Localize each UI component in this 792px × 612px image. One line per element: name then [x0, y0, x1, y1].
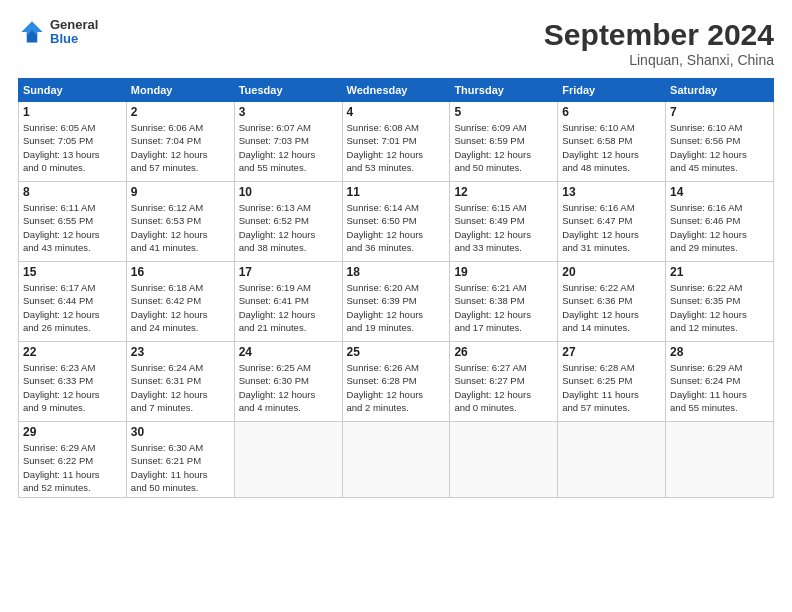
- day-number: 9: [131, 185, 230, 199]
- day-info: Sunrise: 6:09 AM Sunset: 6:59 PM Dayligh…: [454, 121, 553, 174]
- day-number: 15: [23, 265, 122, 279]
- day-cell: 11Sunrise: 6:14 AM Sunset: 6:50 PM Dayli…: [342, 182, 450, 262]
- day-cell: 3Sunrise: 6:07 AM Sunset: 7:03 PM Daylig…: [234, 102, 342, 182]
- day-cell: 22Sunrise: 6:23 AM Sunset: 6:33 PM Dayli…: [19, 342, 127, 422]
- day-info: Sunrise: 6:16 AM Sunset: 6:47 PM Dayligh…: [562, 201, 661, 254]
- day-cell: 13Sunrise: 6:16 AM Sunset: 6:47 PM Dayli…: [558, 182, 666, 262]
- day-number: 21: [670, 265, 769, 279]
- logo-general-text: General: [50, 18, 98, 32]
- day-info: Sunrise: 6:29 AM Sunset: 6:24 PM Dayligh…: [670, 361, 769, 414]
- day-info: Sunrise: 6:30 AM Sunset: 6:21 PM Dayligh…: [131, 441, 230, 494]
- weekday-friday: Friday: [558, 79, 666, 102]
- day-number: 19: [454, 265, 553, 279]
- day-number: 10: [239, 185, 338, 199]
- day-number: 28: [670, 345, 769, 359]
- day-info: Sunrise: 6:19 AM Sunset: 6:41 PM Dayligh…: [239, 281, 338, 334]
- day-info: Sunrise: 6:20 AM Sunset: 6:39 PM Dayligh…: [347, 281, 446, 334]
- day-info: Sunrise: 6:25 AM Sunset: 6:30 PM Dayligh…: [239, 361, 338, 414]
- calendar-table: SundayMondayTuesdayWednesdayThursdayFrid…: [18, 78, 774, 498]
- day-info: Sunrise: 6:10 AM Sunset: 6:56 PM Dayligh…: [670, 121, 769, 174]
- weekday-saturday: Saturday: [666, 79, 774, 102]
- day-info: Sunrise: 6:21 AM Sunset: 6:38 PM Dayligh…: [454, 281, 553, 334]
- logo-icon: [18, 18, 46, 46]
- day-cell: 17Sunrise: 6:19 AM Sunset: 6:41 PM Dayli…: [234, 262, 342, 342]
- day-number: 25: [347, 345, 446, 359]
- day-info: Sunrise: 6:08 AM Sunset: 7:01 PM Dayligh…: [347, 121, 446, 174]
- logo-blue-text: Blue: [50, 32, 98, 46]
- day-number: 8: [23, 185, 122, 199]
- day-info: Sunrise: 6:14 AM Sunset: 6:50 PM Dayligh…: [347, 201, 446, 254]
- month-title: September 2024: [544, 18, 774, 52]
- day-number: 29: [23, 425, 122, 439]
- day-number: 2: [131, 105, 230, 119]
- day-number: 20: [562, 265, 661, 279]
- day-cell: 2Sunrise: 6:06 AM Sunset: 7:04 PM Daylig…: [126, 102, 234, 182]
- day-number: 16: [131, 265, 230, 279]
- day-info: Sunrise: 6:06 AM Sunset: 7:04 PM Dayligh…: [131, 121, 230, 174]
- day-cell: 5Sunrise: 6:09 AM Sunset: 6:59 PM Daylig…: [450, 102, 558, 182]
- day-info: Sunrise: 6:22 AM Sunset: 6:36 PM Dayligh…: [562, 281, 661, 334]
- day-cell: 24Sunrise: 6:25 AM Sunset: 6:30 PM Dayli…: [234, 342, 342, 422]
- day-info: Sunrise: 6:22 AM Sunset: 6:35 PM Dayligh…: [670, 281, 769, 334]
- day-info: Sunrise: 6:27 AM Sunset: 6:27 PM Dayligh…: [454, 361, 553, 414]
- day-cell: 26Sunrise: 6:27 AM Sunset: 6:27 PM Dayli…: [450, 342, 558, 422]
- day-cell: 6Sunrise: 6:10 AM Sunset: 6:58 PM Daylig…: [558, 102, 666, 182]
- weekday-wednesday: Wednesday: [342, 79, 450, 102]
- week-row-2: 8Sunrise: 6:11 AM Sunset: 6:55 PM Daylig…: [19, 182, 774, 262]
- day-number: 14: [670, 185, 769, 199]
- day-info: Sunrise: 6:28 AM Sunset: 6:25 PM Dayligh…: [562, 361, 661, 414]
- day-info: Sunrise: 6:11 AM Sunset: 6:55 PM Dayligh…: [23, 201, 122, 254]
- day-cell: 29Sunrise: 6:29 AM Sunset: 6:22 PM Dayli…: [19, 422, 127, 498]
- day-cell: 4Sunrise: 6:08 AM Sunset: 7:01 PM Daylig…: [342, 102, 450, 182]
- day-number: 13: [562, 185, 661, 199]
- logo-text: General Blue: [50, 18, 98, 47]
- day-info: Sunrise: 6:13 AM Sunset: 6:52 PM Dayligh…: [239, 201, 338, 254]
- day-cell: 9Sunrise: 6:12 AM Sunset: 6:53 PM Daylig…: [126, 182, 234, 262]
- day-number: 6: [562, 105, 661, 119]
- day-number: 22: [23, 345, 122, 359]
- week-row-3: 15Sunrise: 6:17 AM Sunset: 6:44 PM Dayli…: [19, 262, 774, 342]
- day-number: 12: [454, 185, 553, 199]
- day-cell: 30Sunrise: 6:30 AM Sunset: 6:21 PM Dayli…: [126, 422, 234, 498]
- day-cell: 12Sunrise: 6:15 AM Sunset: 6:49 PM Dayli…: [450, 182, 558, 262]
- weekday-monday: Monday: [126, 79, 234, 102]
- week-row-5: 29Sunrise: 6:29 AM Sunset: 6:22 PM Dayli…: [19, 422, 774, 498]
- day-cell: 7Sunrise: 6:10 AM Sunset: 6:56 PM Daylig…: [666, 102, 774, 182]
- day-cell: 20Sunrise: 6:22 AM Sunset: 6:36 PM Dayli…: [558, 262, 666, 342]
- day-cell: [666, 422, 774, 498]
- day-cell: 14Sunrise: 6:16 AM Sunset: 6:46 PM Dayli…: [666, 182, 774, 262]
- day-cell: 18Sunrise: 6:20 AM Sunset: 6:39 PM Dayli…: [342, 262, 450, 342]
- day-number: 5: [454, 105, 553, 119]
- day-cell: 28Sunrise: 6:29 AM Sunset: 6:24 PM Dayli…: [666, 342, 774, 422]
- day-number: 7: [670, 105, 769, 119]
- logo: General Blue: [18, 18, 98, 47]
- day-cell: [558, 422, 666, 498]
- day-number: 27: [562, 345, 661, 359]
- day-info: Sunrise: 6:23 AM Sunset: 6:33 PM Dayligh…: [23, 361, 122, 414]
- day-number: 17: [239, 265, 338, 279]
- title-block: September 2024 Linquan, Shanxi, China: [544, 18, 774, 68]
- weekday-sunday: Sunday: [19, 79, 127, 102]
- day-info: Sunrise: 6:07 AM Sunset: 7:03 PM Dayligh…: [239, 121, 338, 174]
- day-cell: 27Sunrise: 6:28 AM Sunset: 6:25 PM Dayli…: [558, 342, 666, 422]
- day-number: 23: [131, 345, 230, 359]
- day-info: Sunrise: 6:17 AM Sunset: 6:44 PM Dayligh…: [23, 281, 122, 334]
- day-cell: 8Sunrise: 6:11 AM Sunset: 6:55 PM Daylig…: [19, 182, 127, 262]
- day-info: Sunrise: 6:26 AM Sunset: 6:28 PM Dayligh…: [347, 361, 446, 414]
- day-cell: [450, 422, 558, 498]
- location: Linquan, Shanxi, China: [544, 52, 774, 68]
- day-cell: 19Sunrise: 6:21 AM Sunset: 6:38 PM Dayli…: [450, 262, 558, 342]
- day-info: Sunrise: 6:24 AM Sunset: 6:31 PM Dayligh…: [131, 361, 230, 414]
- day-number: 30: [131, 425, 230, 439]
- day-info: Sunrise: 6:10 AM Sunset: 6:58 PM Dayligh…: [562, 121, 661, 174]
- day-info: Sunrise: 6:29 AM Sunset: 6:22 PM Dayligh…: [23, 441, 122, 494]
- day-cell: 15Sunrise: 6:17 AM Sunset: 6:44 PM Dayli…: [19, 262, 127, 342]
- header: General Blue September 2024 Linquan, Sha…: [18, 18, 774, 68]
- day-cell: 10Sunrise: 6:13 AM Sunset: 6:52 PM Dayli…: [234, 182, 342, 262]
- weekday-tuesday: Tuesday: [234, 79, 342, 102]
- day-number: 11: [347, 185, 446, 199]
- week-row-4: 22Sunrise: 6:23 AM Sunset: 6:33 PM Dayli…: [19, 342, 774, 422]
- day-number: 4: [347, 105, 446, 119]
- day-info: Sunrise: 6:15 AM Sunset: 6:49 PM Dayligh…: [454, 201, 553, 254]
- day-number: 24: [239, 345, 338, 359]
